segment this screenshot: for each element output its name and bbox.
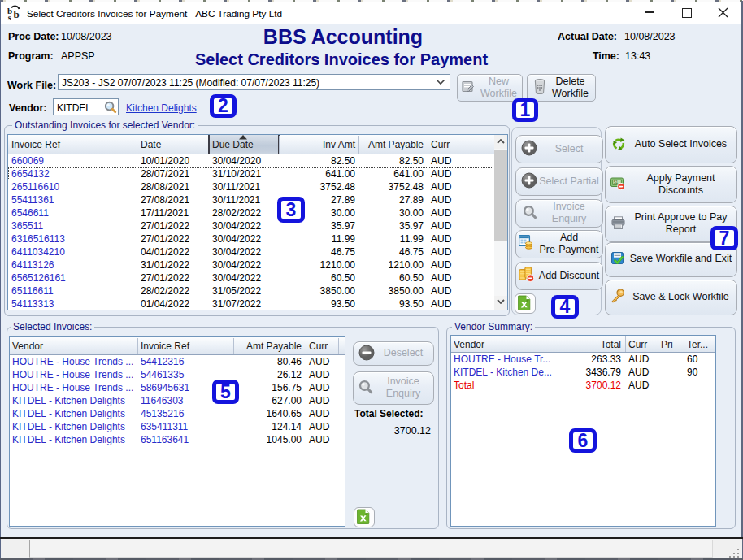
- svg-text:$1: $1: [614, 180, 619, 184]
- svg-text:b: b: [14, 8, 20, 20]
- svg-text:s: s: [8, 13, 11, 21]
